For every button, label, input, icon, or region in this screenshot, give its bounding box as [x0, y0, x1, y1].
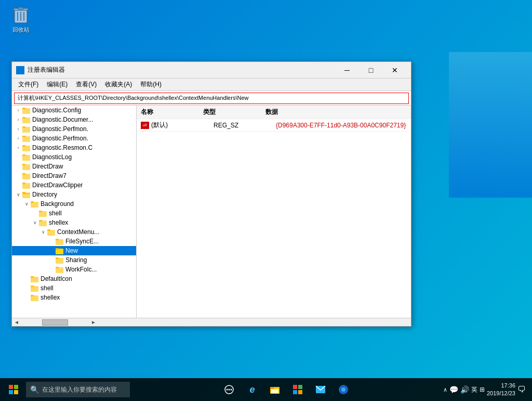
address-input[interactable]: [14, 93, 409, 104]
clock-date: 2019/12/23: [487, 390, 515, 397]
language-svg: [338, 384, 349, 395]
tree-item-workfolc[interactable]: WorkFolc...: [12, 265, 136, 274]
folder-icon: [22, 153, 31, 161]
taskbar-search[interactable]: 🔍 在这里输入你要搜索的内容: [26, 382, 130, 397]
svg-rect-36: [39, 220, 42, 222]
system-clock[interactable]: 17:36 2019/12/23: [487, 382, 515, 398]
expand-icon[interactable]: ›: [14, 125, 22, 133]
recycle-bin-icon[interactable]: 回收站: [5, 5, 36, 34]
expand-icon[interactable]: ›: [14, 106, 22, 114]
svg-rect-63: [271, 389, 278, 393]
tree-item-dir-shell[interactable]: shell: [12, 283, 136, 293]
taskbar-edge-icon[interactable]: e: [242, 378, 262, 401]
menu-help[interactable]: 帮助(H): [136, 79, 166, 90]
tree-item-diagnosticlog[interactable]: DiagnosticLog: [12, 152, 136, 162]
expand-icon[interactable]: ∨: [14, 190, 22, 199]
tree-item-shellex[interactable]: ∨ shellex: [12, 218, 136, 227]
tree-item-new[interactable]: New: [12, 246, 136, 255]
svg-rect-64: [293, 385, 297, 389]
folder-icon-open: [31, 200, 39, 208]
tree-item-background[interactable]: ∨ Background: [12, 199, 136, 209]
search-placeholder-text: 在这里输入你要搜索的内容: [42, 385, 117, 394]
svg-rect-13: [22, 117, 25, 119]
scrollbar-thumb[interactable]: [42, 319, 68, 326]
tree-item-directdraw[interactable]: DirectDraw: [12, 162, 136, 171]
tree-item-sharing[interactable]: Sharing: [12, 255, 136, 265]
detail-row-default[interactable]: ab (默认) REG_SZ {D969A300-E7FF-11d0-A93B-…: [137, 119, 411, 132]
expand-icon[interactable]: ›: [14, 134, 22, 143]
svg-rect-34: [39, 211, 42, 212]
tray-chevron[interactable]: ∧: [443, 386, 447, 393]
reg-entry-name: (默认): [151, 121, 214, 130]
window-controls: ─ □ ✕: [335, 62, 407, 79]
expand-icon[interactable]: ∨: [39, 228, 47, 236]
tree-item-contextmenu[interactable]: ∨ ContextMenu...: [12, 227, 136, 237]
expand-icon[interactable]: ∨: [31, 218, 39, 227]
menu-favorites[interactable]: 收藏夹(A): [101, 79, 136, 90]
notification-center-icon[interactable]: 🗨: [517, 385, 526, 394]
tray-ime-icon[interactable]: ⊞: [480, 386, 485, 393]
expand-icon: [47, 247, 56, 255]
tree-item-dir-shellex[interactable]: shellex: [12, 293, 136, 302]
expand-icon[interactable]: ›: [14, 144, 22, 152]
svg-rect-32: [31, 201, 34, 203]
svg-rect-27: [22, 183, 25, 184]
folder-icon: [22, 116, 31, 123]
recycle-bin-label: 回收站: [12, 26, 30, 34]
tree-item-diagnostic-perfmon1[interactable]: › Diagnostic.Perfmon.: [12, 124, 136, 134]
tree-label: shell: [41, 284, 54, 292]
scroll-left-btn[interactable]: ◄: [12, 319, 21, 325]
expand-icon[interactable]: ›: [14, 115, 22, 124]
tree-item-diagnostic-perfmon2[interactable]: › Diagnostic.Perfmon.: [12, 134, 136, 143]
close-button[interactable]: ✕: [383, 62, 407, 79]
taskbar-language-icon[interactable]: [333, 378, 354, 401]
svg-rect-21: [22, 154, 25, 156]
tree-item-shell[interactable]: shell: [12, 209, 136, 218]
svg-rect-30: [22, 193, 30, 194]
start-button[interactable]: [2, 378, 25, 401]
tree-label: WorkFolc...: [65, 266, 97, 273]
taskbar-store-icon[interactable]: [287, 378, 308, 401]
tray-volume-icon[interactable]: 🔊: [460, 385, 469, 394]
svg-rect-52: [31, 295, 34, 296]
taskbar-mail-icon[interactable]: [310, 378, 331, 401]
recycle-bin-image: [11, 5, 30, 24]
tree-label: Diagnostic.Documer...: [32, 116, 93, 123]
taskbar-taskview-icon[interactable]: [219, 378, 240, 401]
tree-label: shell: [49, 210, 62, 217]
svg-point-70: [341, 387, 345, 392]
minimize-button[interactable]: ─: [335, 62, 359, 79]
taskbar-explorer-icon[interactable]: [264, 378, 285, 401]
tree-panel[interactable]: › Diagnostic.Config › Diagnostic.Documer…: [12, 106, 137, 318]
tree-item-directdraw7[interactable]: DirectDraw7: [12, 171, 136, 180]
tray-notification-icon[interactable]: 💬: [449, 385, 458, 394]
expand-icon[interactable]: ∨: [22, 200, 31, 208]
svg-rect-25: [22, 173, 25, 175]
tray-language-label[interactable]: 英: [471, 385, 477, 394]
tree-item-defaulticon[interactable]: DefaultIcon: [12, 274, 136, 283]
svg-rect-66: [293, 390, 297, 394]
window-icon: [16, 66, 24, 74]
tree-item-diagnostic-resmon[interactable]: › Diagnostic.Resmon.C: [12, 143, 136, 152]
horizontal-scrollbar[interactable]: ◄ ►: [12, 318, 411, 326]
svg-point-59: [229, 389, 230, 391]
folder-icon-open: [47, 228, 56, 236]
registry-editor-window: 注册表编辑器 ─ □ ✕ 文件(F) 编辑(E) 查看(V) 收藏夹(A) 帮助…: [11, 61, 411, 327]
tree-item-filesync[interactable]: FileSyncE...: [12, 237, 136, 246]
tree-item-directory[interactable]: ∨ Directory: [12, 190, 136, 199]
svg-rect-56: [14, 390, 18, 394]
svg-rect-17: [22, 136, 25, 137]
edge-letter-icon: e: [249, 384, 255, 395]
folder-icon: [22, 135, 31, 142]
maximize-button[interactable]: □: [359, 62, 383, 79]
menu-edit[interactable]: 编辑(E): [43, 79, 72, 90]
menu-view[interactable]: 查看(V): [72, 79, 101, 90]
tree-item-diagnostic-config[interactable]: › Diagnostic.Config: [12, 106, 136, 115]
tree-item-diagnostic-documer[interactable]: › Diagnostic.Documer...: [12, 115, 136, 124]
tree-item-directdrawclipper[interactable]: DirectDrawClipper: [12, 180, 136, 190]
tree-label: New: [65, 247, 78, 254]
menu-file[interactable]: 文件(F): [14, 79, 43, 90]
ab-icon: ab: [141, 122, 149, 129]
scroll-right-btn[interactable]: ►: [89, 319, 98, 325]
expand-icon: [31, 209, 39, 217]
